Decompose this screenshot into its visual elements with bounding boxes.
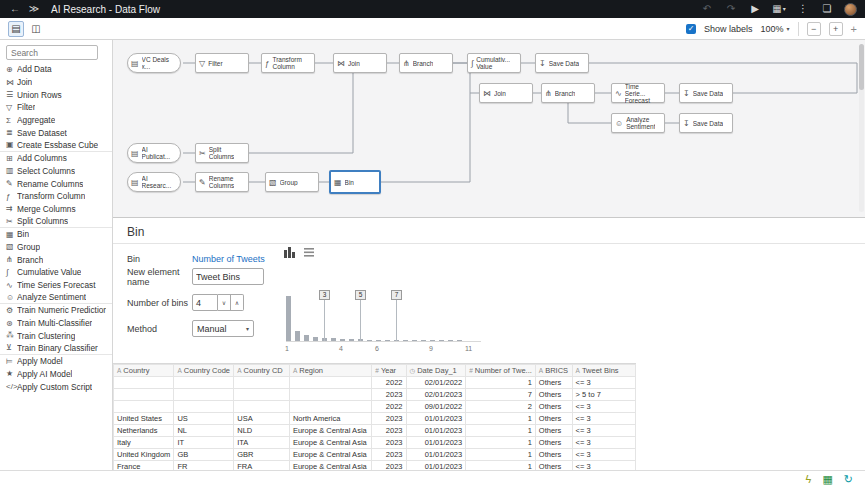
view-options-icon[interactable]: ▦▾ [772, 0, 786, 18]
sidebar-item-cumulative-value[interactable]: ∫Cumulative Value [0, 266, 112, 279]
zoom-out-button[interactable]: − [807, 22, 821, 36]
flow-node-branch-2[interactable]: ⋔Branch [541, 83, 595, 103]
data-view-button[interactable]: ▤ [8, 21, 24, 37]
sidebar-item-apply-model[interactable]: ⊨Apply Model [0, 355, 112, 368]
sidebar-item-train-binary-classifier[interactable]: ⊻Train Binary Classifier [0, 342, 112, 355]
sidebar-item-train-clustering[interactable]: ⁂Train Clustering [0, 329, 112, 342]
column-header-country[interactable]: ACountry [114, 365, 174, 377]
refresh-icon[interactable]: ↻ [844, 473, 853, 486]
new-element-name-input[interactable] [192, 268, 264, 285]
spark-icon[interactable]: ϟ [806, 473, 812, 485]
flow-node-analyze-sentiment[interactable]: ☺Analyze Sentiment [611, 113, 665, 133]
flow-node-time-series-forecast[interactable]: ∿Time Serie... Forecast [611, 83, 665, 103]
save-bookmark-icon[interactable]: ❏ [820, 0, 834, 18]
undo-icon[interactable]: ↶ [700, 0, 714, 18]
flow-node-vc-deals[interactable]: ▤VC Deals x... [127, 53, 181, 73]
flow-node-split-columns[interactable]: ✂Split Columns [195, 143, 249, 163]
sidebar-item-filter[interactable]: ▽Filter [0, 101, 112, 114]
table-row[interactable]: ItalyITITAEurope & Central Asia202301/01… [114, 437, 636, 449]
dataset-grid-icon[interactable]: ▦ [822, 473, 832, 486]
column-header-date-day-1[interactable]: ◷Date Day_1 [406, 365, 466, 377]
sidebar-item-add-columns[interactable]: ⊞Add Columns [0, 152, 112, 165]
sidebar-item-label: Time Series Forecast [17, 280, 96, 290]
sidebar-item-transform-column[interactable]: ƒTransform Column [0, 190, 112, 203]
flow-node-bin[interactable]: ▦Bin [329, 170, 381, 194]
flow-node-group[interactable]: ▧Group [265, 172, 319, 192]
flow-node-ai-publications[interactable]: ▤AI Publicat... [127, 143, 181, 163]
zoom-select[interactable]: 100%▾ [761, 24, 790, 34]
sidebar-item-group[interactable]: ▧Group [0, 241, 112, 254]
node-label: Save Data [693, 90, 723, 97]
flow-node-save-data-2[interactable]: ↧Save Data [679, 83, 733, 103]
table-row[interactable]: NetherlandsNLNLDEurope & Central Asia202… [114, 425, 636, 437]
sidebar-item-analyze-sentiment[interactable]: ☺Analyze Sentiment [0, 291, 112, 304]
table-row[interactable]: FranceFRFRAEurope & Central Asia202301/0… [114, 461, 636, 471]
avatar[interactable] [844, 3, 857, 16]
sidebar-item-select-columns[interactable]: ▥Select Columns [0, 165, 112, 178]
flow-node-rename-columns[interactable]: ✎Rename Columns [195, 172, 249, 192]
stepper-up-icon[interactable]: ∧ [231, 294, 244, 311]
bin-boundary-handle[interactable]: 5 [355, 290, 366, 300]
diagram-view-button[interactable]: ◫ [28, 21, 44, 37]
sidebar-item-join[interactable]: ⋈Join [0, 76, 112, 89]
bin-boundary-handle[interactable]: 7 [391, 290, 402, 300]
column-header-country-cd[interactable]: ACountry CD [234, 365, 290, 377]
flow-node-branch-1[interactable]: ⋔Branch [399, 53, 453, 73]
back-icon[interactable]: ← [8, 0, 22, 18]
pan-crosshair-icon[interactable]: + [851, 23, 857, 35]
canvas-scrollbar[interactable] [859, 44, 864, 212]
table-row[interactable]: 202302/01/20237Others> 5 to 7 [114, 389, 636, 401]
table-row[interactable]: United StatesUSUSANorth America202301/01… [114, 413, 636, 425]
expand-panels-icon[interactable]: ≫ [27, 0, 41, 18]
sidebar-item-apply-ai-model[interactable]: ★Apply AI Model [0, 368, 112, 381]
method-select[interactable]: Manual ▾ [192, 320, 254, 337]
flow-node-transform-column[interactable]: ƒTransform Column [261, 53, 315, 73]
flow-node-filter[interactable]: ▽Filter [195, 53, 249, 73]
number-of-bins-stepper[interactable]: 4 ∨ ∧ [192, 294, 244, 311]
stepper-down-icon[interactable]: ∨ [218, 294, 231, 311]
bin-column-link[interactable]: Number of Tweets [192, 254, 265, 264]
redo-icon[interactable]: ↷ [724, 0, 738, 18]
histogram-view-icon[interactable] [283, 246, 295, 258]
sidebar-item-branch[interactable]: ⋔Branch [0, 253, 112, 266]
scrollbar-thumb[interactable] [859, 44, 864, 90]
bin-boundary-handle[interactable]: 3 [319, 290, 330, 300]
sidebar-item-aggregate[interactable]: ΣAggregate [0, 114, 112, 127]
sidebar-item-union-rows[interactable]: ☰Union Rows [0, 88, 112, 101]
table-row[interactable]: United KingdomGBGBREurope & Central Asia… [114, 449, 636, 461]
table-cell: France [114, 461, 174, 471]
zoom-in-button[interactable]: + [829, 22, 843, 36]
sidebar-item-time-series-forecast[interactable]: ∿Time Series Forecast [0, 279, 112, 292]
column-header-country-code[interactable]: ACountry Code [174, 365, 234, 377]
table-row[interactable]: 202209/01/20222Others<= 3 [114, 401, 636, 413]
column-header-number-of-twe[interactable]: #Number of Twe... [466, 365, 536, 377]
flow-node-save-data-1[interactable]: ↧Save Data [535, 53, 589, 73]
kebab-menu-icon[interactable]: ⋮ [796, 0, 810, 18]
sidebar-item-train-multi-classifier[interactable]: ⊛Train Multi-Classifier [0, 317, 112, 330]
column-header-tweet-bins[interactable]: ATweet Bins [572, 365, 635, 377]
flow-node-join-2[interactable]: ⋈Join [479, 83, 533, 103]
sidebar-item-split-columns[interactable]: ✂Split Columns [0, 215, 112, 228]
list-view-icon[interactable] [303, 246, 315, 258]
sidebar-item-save-dataset[interactable]: ≣Save Dataset [0, 126, 112, 139]
show-labels-checkbox[interactable]: ✓ [686, 24, 696, 34]
run-flow-icon[interactable]: ▶ [748, 0, 762, 18]
column-header-year[interactable]: #Year [372, 365, 406, 377]
sidebar-item-merge-columns[interactable]: ⇉Merge Columns [0, 203, 112, 216]
sidebar-item-bin[interactable]: ▦Bin [0, 228, 112, 241]
sidebar-item-rename-columns[interactable]: ✎Rename Columns [0, 177, 112, 190]
table-row[interactable]: 202202/01/20221Others<= 3 [114, 377, 636, 389]
sidebar-item-create-essbase-cube[interactable]: ▣Create Essbase Cube [0, 139, 112, 152]
flow-node-ai-research[interactable]: ▤AI Researc... [127, 172, 181, 192]
sidebar-item-add-data[interactable]: ⊕Add Data [0, 63, 112, 76]
column-header-region[interactable]: ARegion [289, 365, 371, 377]
search-input[interactable] [6, 45, 98, 60]
flow-node-save-data-3[interactable]: ↧Save Data [679, 113, 733, 133]
flow-node-join-1[interactable]: ⋈Join [333, 53, 387, 73]
column-header-label: Year [381, 366, 396, 375]
column-header-brics[interactable]: ABRICS [535, 365, 572, 377]
sidebar-item-apply-custom-script[interactable]: </>Apply Custom Script [0, 380, 112, 393]
flow-canvas[interactable]: ▤VC Deals x...▽FilterƒTransform Column⋈J… [113, 40, 865, 218]
flow-node-cumulative-value[interactable]: ∫Cumulativ... Value [467, 53, 521, 73]
sidebar-item-train-numeric-prediction[interactable]: ⚙Train Numeric Prediction [0, 304, 112, 317]
